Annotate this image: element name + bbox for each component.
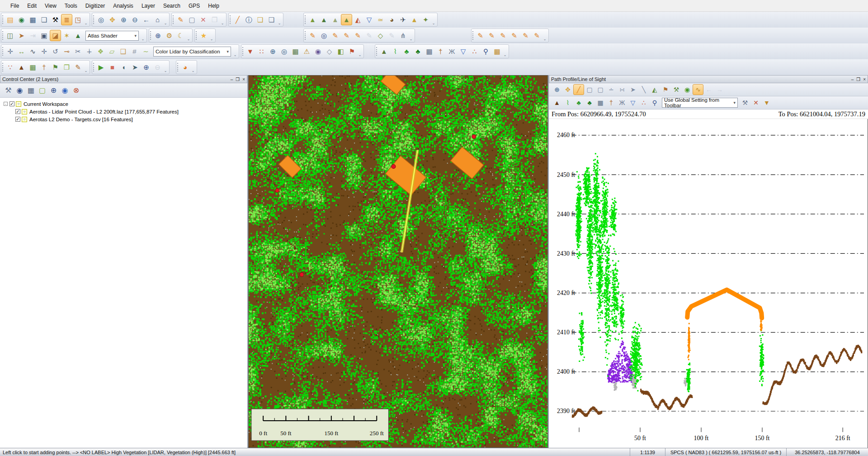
layer-options-button[interactable]: ⚒ <box>3 85 14 96</box>
class-low-veg-button[interactable]: ⌇ <box>390 46 401 57</box>
water-level-rise-button[interactable]: ≃ <box>375 14 386 25</box>
pp-maximize-button[interactable]: ❒ <box>856 77 860 82</box>
pp-class-building-button[interactable]: ▦ <box>595 97 606 108</box>
slope-shader-button[interactable]: ◪ <box>50 30 61 41</box>
zoom-lidar-button[interactable]: ⊕ <box>267 46 278 57</box>
pp-class-pole-button[interactable]: † <box>606 97 617 108</box>
open-online-data-button[interactable]: ◉ <box>16 14 27 25</box>
toolbar-overflow-chevron[interactable]: ⌄ <box>220 14 225 25</box>
menu-analysis[interactable]: Analysis <box>109 1 137 11</box>
class-ground-mtn-button[interactable]: ▲ <box>378 46 390 57</box>
auto-classify-buildings-button[interactable]: ▦ <box>27 62 38 73</box>
pp-select-box-button[interactable]: ▢ <box>584 84 595 95</box>
close-layer-button[interactable]: ⊗ <box>71 85 82 96</box>
full-view-home-button[interactable]: ⌂ <box>152 14 163 25</box>
edit-vertex-3-button[interactable]: ✎ <box>497 30 509 41</box>
menu-tools[interactable]: Tools <box>61 1 81 11</box>
night-shading-button[interactable]: ☾ <box>175 30 186 41</box>
class-water-button[interactable]: ▽ <box>458 46 469 57</box>
smooth-line-button[interactable]: ∼ <box>140 46 151 57</box>
zoom-out-button[interactable]: ⊖ <box>129 14 141 25</box>
maximize-button[interactable]: ❒ <box>236 77 240 82</box>
pp-class-high-veg-button[interactable]: ♣ <box>584 97 595 108</box>
configure-wrench-button[interactable]: ⚒ <box>50 14 61 25</box>
pp-profile-toggle-button[interactable]: ∿ <box>693 84 703 95</box>
target-point-dot[interactable] <box>275 189 279 193</box>
toolbar-overflow-chevron[interactable]: ⌄ <box>209 30 214 41</box>
north-arrow-button[interactable]: ➤ <box>16 30 27 41</box>
feature-info-button[interactable]: ⓘ <box>243 14 255 25</box>
digitizer-pencil-button[interactable]: ✎ <box>175 14 186 25</box>
terrain-compare-button[interactable]: ▲ <box>330 14 341 25</box>
close-button[interactable]: × <box>242 77 245 82</box>
menu-digitizer[interactable]: Digitizer <box>81 1 109 11</box>
toolbar-overflow-chevron[interactable]: ⌄ <box>233 46 237 57</box>
split-view-button[interactable]: ◫ <box>5 30 16 41</box>
pp-view-eye-button[interactable]: ◉ <box>682 84 693 95</box>
auto-classify-poles-button[interactable]: † <box>38 62 50 73</box>
pp-zoom-in-button[interactable]: ⊕ <box>552 84 562 95</box>
save-workspace-button[interactable]: ▦ <box>27 14 38 25</box>
layer-visibility-button[interactable]: ◉ <box>59 85 71 96</box>
lidar-color-combo[interactable]: Color Lidar by Classification▾ <box>153 47 231 57</box>
flag-tool-button[interactable]: ⚑ <box>346 46 358 57</box>
move-feature-button[interactable]: ✛ <box>5 46 16 57</box>
crop-layer-button[interactable]: ▢ <box>37 85 48 96</box>
auto-classify-noise-button[interactable]: ∵ <box>5 62 16 73</box>
layer-checkbox[interactable]: ✓ <box>9 101 14 106</box>
menu-help[interactable]: Help <box>204 1 223 11</box>
daylight-shader-button[interactable]: ✶ <box>61 30 72 41</box>
control-center-button[interactable]: ≣ <box>61 14 72 25</box>
edit-vertex-4-button[interactable]: ✎ <box>509 30 520 41</box>
class-med-veg-button[interactable]: ♣ <box>401 46 412 57</box>
class-high-veg-button[interactable]: ♣ <box>412 46 424 57</box>
mirror-shapes-button[interactable]: ▱ <box>106 46 118 57</box>
select-features-button[interactable]: ▢ <box>186 14 198 25</box>
view-shed-button[interactable]: ◭ <box>352 14 363 25</box>
lidar-filter-button[interactable]: ▼ <box>245 46 256 57</box>
cut-feature-button[interactable]: ✂ <box>72 46 84 57</box>
edit-vertex-5-button[interactable]: ✎ <box>520 30 531 41</box>
pp-erase-points-button[interactable]: ∸ <box>606 84 617 95</box>
pp-pick-line-button[interactable]: ╲ <box>638 84 649 95</box>
extract-features-button[interactable]: ⚑ <box>50 62 61 73</box>
toolbar-overflow-chevron[interactable]: ⌄ <box>358 46 362 57</box>
pp-class-med-veg-button[interactable]: ♣ <box>573 97 584 108</box>
classify-points-button[interactable]: ∷ <box>256 46 267 57</box>
pp-class-low-veg-button[interactable]: ⌇ <box>562 97 573 108</box>
scale-feature-button[interactable]: ↔ <box>16 46 27 57</box>
toolbar-overflow-chevron[interactable]: ⌄ <box>503 46 507 57</box>
minimize-button[interactable]: – <box>231 77 233 82</box>
toolbar-overflow-chevron[interactable]: ⌄ <box>277 14 282 25</box>
edit-vertex-1-button[interactable]: ✎ <box>475 30 486 41</box>
snap-node-button[interactable]: ⊸ <box>61 46 72 57</box>
target-point-dot[interactable] <box>392 165 396 169</box>
layer-label[interactable]: Current Workspace <box>24 101 68 107</box>
target-point-dot[interactable] <box>472 135 476 139</box>
lidar-module-globe-button[interactable]: ◕ <box>179 62 191 73</box>
swath-tool-button[interactable]: ◧ <box>335 46 346 57</box>
pp-select-points-button[interactable]: ▢ <box>595 84 606 95</box>
menu-search[interactable]: Search <box>159 1 184 11</box>
layer-checkbox[interactable]: ✓ <box>15 109 20 114</box>
menu-edit[interactable]: Edit <box>23 1 41 11</box>
dock-view-button[interactable]: ⇥ <box>27 30 38 41</box>
menu-view[interactable]: View <box>41 1 61 11</box>
attribute-table-button[interactable]: ▦ <box>25 85 37 96</box>
class-colored-grid-button[interactable]: ▦ <box>491 46 503 57</box>
add-layer-button[interactable]: ⊕ <box>141 62 152 73</box>
rotate-shapes-button[interactable]: ❖ <box>95 46 106 57</box>
paste-disabled-button[interactable]: ❐ <box>209 14 220 25</box>
pp-class-powerline-button[interactable]: Ж <box>617 97 627 108</box>
stop-script-button[interactable]: ■ <box>107 62 118 73</box>
toolbar-overflow-chevron[interactable]: ⌄ <box>141 30 145 41</box>
profile-chart-canvas[interactable]: 2460 ft2450 ft2440 ft2430 ft2420 ft2410 … <box>549 119 868 448</box>
path-profile-button[interactable]: ▲ <box>341 14 352 25</box>
class-pole-button[interactable]: † <box>435 46 446 57</box>
zoom-tool-button[interactable]: ◎ <box>95 14 107 25</box>
pp-dense-points-button[interactable]: ∺ <box>617 84 627 95</box>
layer-metadata-button[interactable]: ◉ <box>14 85 25 96</box>
draw-coordinate-button[interactable]: ◎ <box>318 30 330 41</box>
terrain-shader-button[interactable]: ▲ <box>318 14 330 25</box>
pp-class-ground-button[interactable]: ▲ <box>552 97 562 108</box>
